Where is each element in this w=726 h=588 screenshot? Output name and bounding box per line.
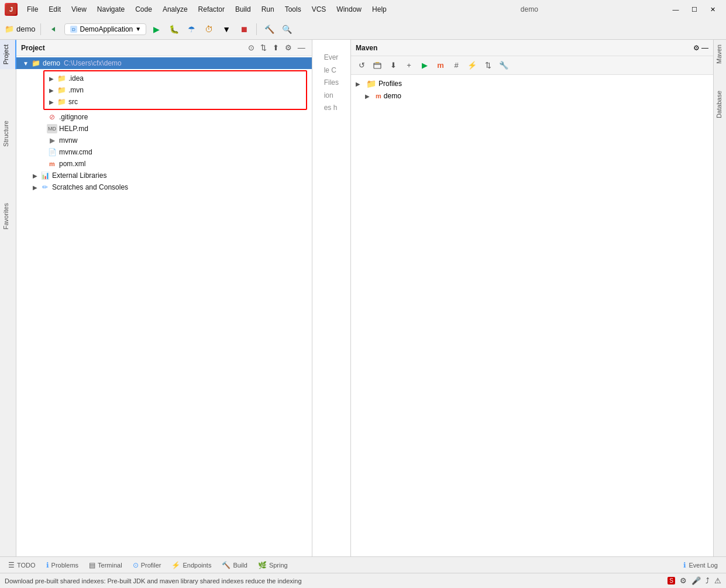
coverage-button[interactable]: ☂ [184, 22, 199, 37]
tree-arrow-demo: ▼ [21, 60, 30, 67]
search-everywhere-button[interactable]: 🔍 [279, 22, 294, 37]
maven-sort-btn[interactable]: ⇅ [481, 59, 495, 73]
menu-run[interactable]: Run [257, 4, 279, 15]
tab-build[interactable]: 🔨 Build [217, 560, 252, 570]
tab-terminal[interactable]: ▤ Terminal [84, 560, 127, 570]
maven-hash-btn[interactable]: # [449, 59, 463, 73]
event-log-label: Event Log [689, 562, 718, 569]
problems-label: Problems [51, 562, 78, 569]
sidebar-tab-maven[interactable]: Maven [714, 40, 726, 68]
content-main: Ever le C Files ion es h [312, 40, 350, 556]
menu-window[interactable]: Window [332, 4, 366, 15]
run-button[interactable]: ▶ [149, 22, 164, 37]
menu-vcs[interactable]: VCS [307, 4, 331, 15]
status-warning-icon[interactable]: ⚠ [714, 576, 721, 585]
maven-open-btn[interactable] [370, 59, 384, 73]
status-sync-icon[interactable]: ⤴ [706, 576, 710, 585]
maven-wrench-btn[interactable]: 🔧 [497, 59, 511, 73]
tab-todo[interactable]: ☰ TODO [4, 560, 40, 570]
maven-lightning-btn[interactable]: ⚡ [465, 59, 479, 73]
folder-icon-idea: 📁 [56, 74, 67, 83]
mvnw-cmd-label: mvnw.cmd [59, 148, 92, 156]
sidebar-tab-structure[interactable]: Structure [0, 116, 16, 152]
maven-settings-icon[interactable]: ⚙ [693, 44, 700, 52]
folder-icon-mvn: 📁 [56, 85, 67, 95]
project-close-icon[interactable]: — [296, 42, 307, 53]
maximize-button[interactable]: ☐ [686, 4, 703, 15]
menu-build[interactable]: Build [230, 4, 256, 15]
tree-item-idea[interactable]: ▶ 📁 .idea [44, 73, 306, 84]
tree-item-mvnw-cmd[interactable]: 📄 mvnw.cmd [16, 146, 312, 158]
tree-item-demo-root[interactable]: ▼ 📁 demo C:\Users\cfx\demo [16, 57, 312, 69]
stop-button[interactable]: ⏹ [236, 22, 252, 37]
gitignore-label: .gitignore [59, 113, 88, 121]
tab-endpoints[interactable]: ⚡ Endpoints [167, 560, 216, 570]
debug-button[interactable]: 🐛 [166, 22, 181, 37]
right-sidebar: Maven Database [713, 40, 726, 556]
menu-refactor[interactable]: Refactor [194, 4, 229, 15]
tree-item-mvnw[interactable]: ▶ mvnw [16, 135, 312, 146]
content-area: Ever le C Files ion es h [312, 40, 350, 556]
project-expand-icon[interactable]: ⇅ [259, 42, 269, 53]
tree-arrow-ext: ▶ [30, 173, 40, 179]
menu-view[interactable]: View [67, 4, 91, 15]
sidebar-tab-favorites[interactable]: Favorites [0, 198, 16, 234]
status-power-icon[interactable]: ⚙ [680, 576, 687, 585]
tab-event-log[interactable]: ℹ Event Log [679, 560, 722, 570]
maven-add-btn[interactable]: + [402, 59, 416, 73]
window-controls: — ☐ ✕ [667, 4, 721, 15]
back-button[interactable] [46, 23, 62, 36]
project-settings-icon[interactable]: ⚙ [283, 42, 294, 53]
menu-file[interactable]: File [22, 4, 43, 15]
tree-item-external-libs[interactable]: ▶ 📊 External Libraries [16, 170, 312, 181]
tree-item-src[interactable]: ▶ 📁 src [44, 96, 306, 108]
maven-refresh-btn[interactable]: ↺ [355, 59, 369, 73]
tree-item-gitignore[interactable]: ⊘ .gitignore [16, 111, 312, 123]
tab-spring[interactable]: 🌿 Spring [253, 560, 293, 570]
maven-profiles-item[interactable]: ▶ 📁 Profiles [351, 77, 713, 90]
menu-navigate[interactable]: Navigate [92, 4, 129, 15]
tree-item-pom-xml[interactable]: m pom.xml [16, 158, 312, 170]
spring-label: Spring [269, 562, 288, 569]
menu-code[interactable]: Code [130, 4, 157, 15]
menu-analyze[interactable]: Analyze [158, 4, 192, 15]
spring-icon: 🌿 [258, 561, 267, 569]
project-scope-icon[interactable]: ⊙ [246, 42, 256, 53]
status-mic-icon[interactable]: 🎤 [691, 576, 701, 585]
external-libs-label: External Libraries [52, 171, 106, 180]
build-icon: 🔨 [222, 561, 230, 569]
run-config-selector[interactable]: D DemoApplication ▼ [64, 23, 147, 35]
tree-item-scratches[interactable]: ▶ ✏ Scratches and Consoles [16, 181, 312, 193]
svg-rect-4 [374, 63, 381, 68]
project-collapse-icon[interactable]: ⬆ [271, 42, 281, 53]
more-run-button[interactable]: ▼ [219, 22, 234, 37]
maven-m-btn[interactable]: m [433, 59, 448, 73]
scratches-icon: ✏ [40, 183, 50, 192]
build-project-button[interactable]: 🔨 [262, 22, 277, 37]
demo-root-label: demo [43, 59, 60, 67]
maven-demo-item[interactable]: ▶ m demo [351, 90, 713, 102]
maven-run-btn[interactable]: ▶ [418, 59, 432, 73]
close-button[interactable]: ✕ [705, 4, 721, 15]
menu-help[interactable]: Help [367, 4, 391, 15]
gitignore-icon: ⊘ [47, 112, 57, 122]
sonar-icon[interactable]: S [667, 577, 675, 584]
maven-download-btn[interactable]: ⬇ [386, 59, 400, 73]
event-log-icon: ℹ [683, 561, 686, 569]
problems-icon: ℹ [46, 561, 49, 569]
tree-item-mvn[interactable]: ▶ 📁 .mvn [44, 84, 306, 96]
sidebar-tab-database[interactable]: Database [714, 86, 726, 123]
tab-profiler[interactable]: ⊙ Profiler [128, 560, 166, 570]
app-icon: J [5, 3, 18, 16]
minimize-button[interactable]: — [667, 4, 684, 15]
menu-tools[interactable]: Tools [280, 4, 306, 15]
sidebar-tab-project[interactable]: Project [0, 40, 16, 69]
main-area: Project Structure Favorites Project ⊙ ⇅ … [0, 40, 726, 556]
tree-arrow-idea: ▶ [47, 75, 56, 82]
tab-problems[interactable]: ℹ Problems [42, 560, 83, 570]
profile-button[interactable]: ⏱ [201, 22, 216, 37]
tree-item-help-md[interactable]: MD HELP.md [16, 123, 312, 135]
menu-edit[interactable]: Edit [44, 4, 66, 15]
maven-demo-label: demo [384, 92, 401, 100]
maven-minimize-icon[interactable]: — [701, 44, 708, 52]
